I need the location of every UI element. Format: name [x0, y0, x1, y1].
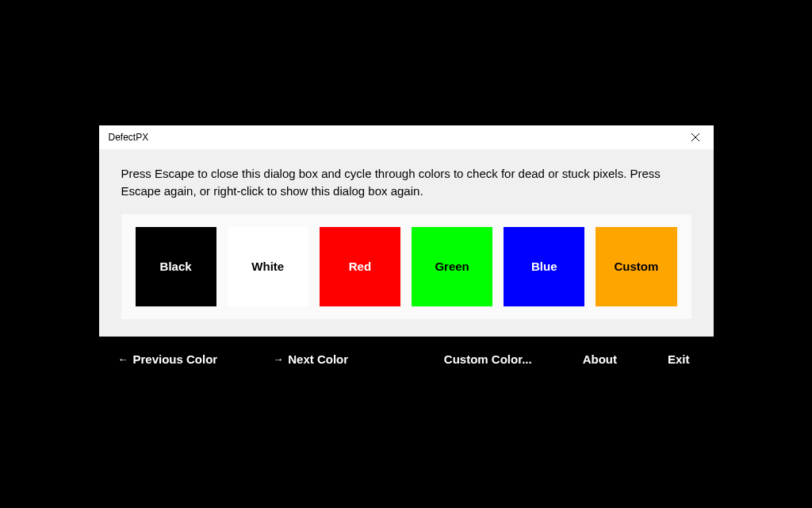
bottombar: ← Previous Color → Next Color Custom Col… — [99, 337, 714, 383]
swatch-black[interactable]: Black — [136, 227, 216, 306]
previous-color-label: Previous Color — [133, 352, 218, 366]
instruction-text: Press Escape to close this dialog box an… — [121, 165, 691, 200]
swatch-red[interactable]: Red — [320, 227, 400, 306]
custom-color-button[interactable]: Custom Color... — [444, 352, 532, 366]
next-color-button[interactable]: → Next Color — [273, 352, 348, 366]
custom-color-label: Custom Color... — [444, 352, 532, 366]
exit-label: Exit — [668, 352, 690, 366]
swatch-container: Black White Red Green Blue Custom — [121, 214, 691, 319]
window-title: DefectPX — [109, 132, 149, 143]
swatch-white[interactable]: White — [228, 227, 308, 306]
swatch-custom[interactable]: Custom — [596, 227, 676, 306]
about-button[interactable]: About — [583, 352, 617, 366]
dialog-content: Press Escape to close this dialog box an… — [99, 149, 714, 337]
swatch-blue[interactable]: Blue — [504, 227, 584, 306]
titlebar: DefectPX — [99, 125, 714, 149]
next-color-label: Next Color — [288, 352, 348, 366]
previous-color-button[interactable]: ← Previous Color — [118, 352, 218, 366]
dialog-window: DefectPX Press Escape to close this dial… — [99, 125, 714, 383]
exit-button[interactable]: Exit — [668, 352, 690, 366]
arrow-right-icon: → — [273, 353, 283, 365]
arrow-left-icon: ← — [118, 353, 128, 365]
about-label: About — [583, 352, 617, 366]
close-button[interactable] — [678, 125, 714, 149]
close-icon — [691, 133, 699, 141]
swatch-green[interactable]: Green — [412, 227, 492, 306]
